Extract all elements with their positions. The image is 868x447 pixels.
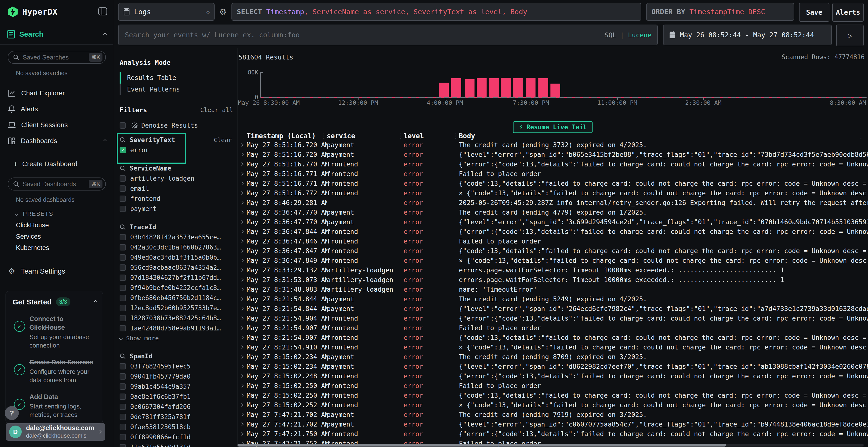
facet-checkbox[interactable] bbox=[120, 325, 126, 332]
sidebar-item-dashboards[interactable]: Dashboards bbox=[0, 133, 113, 149]
denoise-checkbox[interactable] bbox=[120, 122, 126, 129]
table-row[interactable]: May 27 7:47:21.702 AMpaymenterror{"level… bbox=[239, 419, 868, 429]
sidebar-item-chart-explorer[interactable]: Chart Explorer bbox=[0, 85, 113, 101]
facet-value[interactable]: 056cd9acbaac8637a4354a2… bbox=[120, 263, 233, 273]
facet-checkbox[interactable] bbox=[120, 206, 126, 212]
expand-row-icon[interactable] bbox=[240, 384, 244, 387]
facet-checkbox[interactable] bbox=[120, 434, 126, 440]
run-query-button[interactable]: ▷ bbox=[836, 25, 864, 46]
facet-clear-link[interactable]: Clear bbox=[214, 137, 232, 143]
source-settings-gear-icon[interactable]: ⚙ bbox=[217, 3, 229, 21]
facet-checkbox[interactable] bbox=[120, 265, 126, 271]
facet-checkbox[interactable] bbox=[120, 315, 126, 321]
expand-row-icon[interactable] bbox=[240, 287, 244, 291]
table-row[interactable]: May 27 8:51:16.772 AMfrontenderror× {"co… bbox=[239, 188, 868, 198]
table-row[interactable]: May 27 8:36:47.847 AMfrontenderror{"code… bbox=[239, 246, 868, 255]
table-row[interactable]: May 27 8:31:53.073 AMartillery-loadgener… bbox=[239, 275, 868, 284]
table-row[interactable]: May 27 8:15:02.234 AMpaymenterror{"level… bbox=[239, 362, 868, 371]
denoise-results-toggle[interactable]: Denoise Results bbox=[120, 121, 233, 131]
alerts-button[interactable]: Alerts bbox=[832, 3, 864, 22]
presets-toggle[interactable]: PRESETS bbox=[15, 210, 113, 217]
facet-value[interactable]: email bbox=[120, 183, 233, 194]
facet-checkbox[interactable] bbox=[120, 444, 126, 447]
facet-checkbox[interactable] bbox=[120, 393, 126, 400]
horizontal-scrollbar[interactable] bbox=[238, 444, 864, 447]
table-row[interactable]: May 27 8:51:16.720 AMpaymenterror{"level… bbox=[239, 149, 868, 159]
expand-row-icon[interactable] bbox=[240, 278, 244, 281]
source-select[interactable]: Logs ◇ bbox=[118, 3, 215, 21]
column-resize-handle[interactable]: ⋮ bbox=[320, 132, 327, 139]
sidebar-item-team-settings[interactable]: ⚙ Team Settings bbox=[8, 267, 113, 276]
col-timestamp[interactable]: Timestamp (Local) bbox=[247, 132, 327, 140]
facet-value[interactable]: 0fbe680eb456750b2d1184c… bbox=[120, 293, 233, 303]
facet-checkbox[interactable] bbox=[120, 373, 126, 380]
expand-row-icon[interactable] bbox=[240, 259, 244, 262]
table-row[interactable]: May 27 8:51:16.770 AMfrontenderror{"erro… bbox=[239, 159, 868, 169]
col-body[interactable]: Body bbox=[459, 132, 868, 140]
resume-live-tail-button[interactable]: ⚡ Resume Live Tail bbox=[513, 122, 593, 133]
sidebar-item-client-sessions[interactable]: Client Sessions bbox=[0, 117, 113, 133]
expand-row-icon[interactable] bbox=[240, 191, 244, 195]
save-button[interactable]: Save bbox=[799, 3, 830, 22]
facet-value[interactable]: 07d184304627bf2f11b67dd… bbox=[120, 273, 233, 283]
expand-row-icon[interactable] bbox=[240, 432, 244, 436]
facet-value[interactable]: 042a30c3dc1baf660b27863… bbox=[120, 242, 233, 252]
table-row[interactable]: May 27 8:46:29.281 AMerror2025-05-26T09:… bbox=[239, 198, 868, 207]
table-row[interactable]: May 27 8:21:54.907 AMfrontenderror{"code… bbox=[239, 333, 868, 342]
facet-value[interactable]: 0f94b9befe0b4252ccfa1c8… bbox=[120, 283, 233, 293]
date-range-picker[interactable]: May 26 08:52:44 - May 27 08:52:44 bbox=[663, 25, 832, 45]
table-row[interactable]: May 27 8:21:54.910 AMfrontenderror× {"co… bbox=[239, 342, 868, 352]
expand-row-icon[interactable] bbox=[240, 220, 244, 224]
preset-dashboard-services[interactable]: Services bbox=[0, 231, 113, 242]
table-row[interactable]: May 27 8:51:16.771 AMfrontenderror{"code… bbox=[239, 178, 868, 188]
table-row[interactable]: May 27 8:51:16.771 AMfrontenderrorFailed… bbox=[239, 169, 868, 178]
scrollbar-thumb[interactable] bbox=[238, 444, 726, 447]
show-more-link[interactable]: Show more bbox=[120, 333, 233, 343]
saved-dashboards-input[interactable]: Saved Dashboards ⌘K bbox=[8, 177, 106, 191]
expand-row-icon[interactable] bbox=[240, 355, 244, 358]
facet-checkbox[interactable] bbox=[120, 234, 126, 240]
get-started-step[interactable]: ✓Connect to ClickHouseSet up your databa… bbox=[12, 314, 97, 350]
help-button[interactable]: ? bbox=[5, 406, 19, 420]
lucene-search-field[interactable] bbox=[124, 31, 604, 39]
expand-row-icon[interactable] bbox=[240, 374, 244, 378]
table-row[interactable]: May 27 8:36:47.844 AMfrontenderror{"erro… bbox=[239, 227, 868, 236]
sidebar-item-alerts[interactable]: Alerts bbox=[0, 101, 113, 117]
col-service[interactable]: service bbox=[327, 132, 404, 140]
table-row[interactable]: May 27 8:15:02.248 AMfrontenderror{"erro… bbox=[239, 371, 868, 381]
facet-checkbox[interactable] bbox=[120, 185, 126, 192]
table-row[interactable]: May 27 7:47:21.750 AMfrontenderror{"erro… bbox=[239, 429, 868, 439]
facet-value[interactable]: 03f7b824595feec5 bbox=[120, 361, 233, 371]
table-row[interactable]: May 27 8:31:48.083 AMartillery-loadgener… bbox=[239, 284, 868, 294]
col-level[interactable]: level bbox=[404, 132, 459, 140]
facet-checkbox[interactable] bbox=[120, 196, 126, 202]
facet-value[interactable]: 09041fb457779da0 bbox=[120, 371, 233, 381]
facet-value[interactable]: artillery-loadgen bbox=[120, 173, 233, 183]
facet-value[interactable]: 18287038b73e882425c64b8… bbox=[120, 313, 233, 323]
facet-checkbox[interactable] bbox=[120, 414, 126, 420]
facet-checkbox[interactable] bbox=[120, 285, 126, 291]
facet-checkbox[interactable] bbox=[120, 383, 126, 390]
facet-value[interactable]: 1ae42480d758e9ab91193a1… bbox=[120, 323, 233, 333]
table-row[interactable]: May 27 8:15:02.250 AMfrontenderror{"code… bbox=[239, 390, 868, 400]
table-row[interactable]: May 27 8:21:54.844 AMpaymenterror{"level… bbox=[239, 304, 868, 313]
expand-row-icon[interactable] bbox=[240, 307, 244, 310]
table-row[interactable]: May 27 8:36:47.846 AMfrontenderrorFailed… bbox=[239, 236, 868, 246]
analysis-mode-event-patterns[interactable]: Event Patterns bbox=[120, 83, 233, 95]
column-resize-handle[interactable]: ⋮ bbox=[858, 132, 864, 139]
analysis-mode-results-table[interactable]: Results Table bbox=[120, 72, 233, 83]
event-search-input[interactable]: SQL | Lucene bbox=[118, 25, 658, 45]
facet-checkbox[interactable] bbox=[120, 363, 126, 370]
facet-value[interactable]: 0c0667304fafd206 bbox=[120, 402, 233, 412]
facet-value[interactable]: 03b44828f42a3573ea655ce… bbox=[120, 232, 233, 242]
order-by-input[interactable]: ORDER BY TimestampTime DESC bbox=[646, 3, 794, 21]
column-resize-handle[interactable]: ⋮ bbox=[453, 132, 459, 139]
expand-row-icon[interactable] bbox=[240, 181, 244, 185]
get-started-step[interactable]: ✓Add DataStart sending logs, metrics, or… bbox=[12, 392, 97, 419]
facet-checkbox[interactable] bbox=[120, 254, 126, 261]
table-row[interactable]: May 27 8:36:47.770 AMpaymenterror{"level… bbox=[239, 217, 868, 227]
table-row[interactable]: May 27 8:51:16.720 AMpaymenterrorThe cre… bbox=[239, 140, 868, 149]
preset-dashboard-kubernetes[interactable]: Kubernetes bbox=[0, 242, 113, 253]
facet-value[interactable]: 0fae5381230518cb bbox=[120, 422, 233, 432]
facet-value[interactable]: ✓error bbox=[120, 145, 233, 155]
